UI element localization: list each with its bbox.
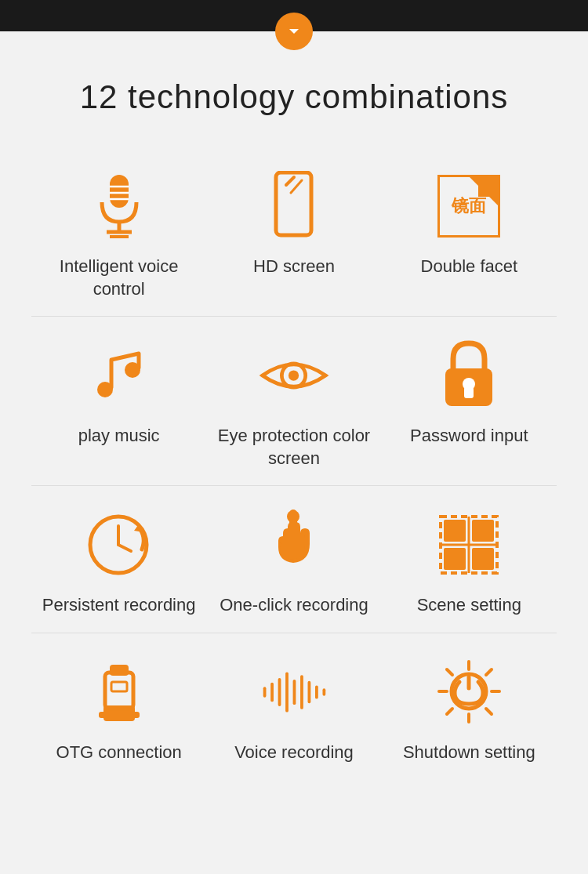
svg-line-19 xyxy=(118,545,131,551)
eye-protection-label: Eye protection color screen xyxy=(216,425,372,470)
item-shutdown-setting: Shutdown setting xyxy=(390,657,547,764)
svg-rect-33 xyxy=(111,682,127,691)
item-one-click-recording: One-click recording xyxy=(216,510,372,617)
play-music-label: play music xyxy=(78,425,160,448)
otg-connection-label: OTG connection xyxy=(56,742,182,764)
clock-record-icon xyxy=(84,510,154,580)
svg-point-11 xyxy=(125,362,140,378)
svg-rect-25 xyxy=(444,520,466,542)
double-facet-label: Double facet xyxy=(421,256,518,278)
svg-line-47 xyxy=(447,669,452,675)
usb-icon xyxy=(84,657,154,727)
lock-icon xyxy=(434,340,504,411)
mirror-icon: 镜面 xyxy=(434,171,504,241)
item-hd-screen: HD screen xyxy=(216,171,372,278)
grid-row-1: Intelligent voice control HD screen 镜面 D… xyxy=(31,147,557,317)
svg-line-9 xyxy=(291,180,302,193)
grid-row-3: Persistent recording One-click recording xyxy=(31,486,557,633)
svg-rect-28 xyxy=(472,548,494,570)
svg-line-8 xyxy=(286,177,294,185)
svg-line-48 xyxy=(486,709,492,714)
svg-point-10 xyxy=(97,382,113,397)
svg-rect-16 xyxy=(464,387,474,398)
microphone-icon xyxy=(84,171,154,241)
item-scene-setting: Scene setting xyxy=(390,510,547,617)
persistent-recording-label: Persistent recording xyxy=(42,594,196,617)
hd-screen-label: HD screen xyxy=(253,256,335,278)
phone-icon xyxy=(259,171,329,241)
intelligent-voice-control-label: Intelligent voice control xyxy=(41,256,198,300)
item-double-facet: 镜面 Double facet xyxy=(390,171,547,278)
svg-rect-27 xyxy=(444,548,466,570)
svg-point-13 xyxy=(289,370,299,380)
item-password-input: Password input xyxy=(390,340,547,448)
top-bar xyxy=(0,0,588,31)
item-otg-connection: OTG connection xyxy=(41,657,198,764)
grid-dotted-icon xyxy=(434,510,504,580)
svg-point-21 xyxy=(287,510,299,523)
waveform-icon xyxy=(259,657,329,727)
music-icon xyxy=(84,340,154,411)
svg-rect-32 xyxy=(110,665,129,676)
svg-rect-0 xyxy=(110,175,129,208)
shutdown-setting-label: Shutdown setting xyxy=(403,742,535,764)
finger-icon xyxy=(259,510,329,580)
item-eye-protection: Eye protection color screen xyxy=(216,340,372,470)
item-voice-recording: Voice recording xyxy=(216,657,372,764)
item-persistent-recording: Persistent recording xyxy=(41,510,198,617)
chevron-down-button[interactable] xyxy=(275,13,313,50)
grid-row-2: play music Eye protection color screen xyxy=(31,317,557,486)
scene-setting-label: Scene setting xyxy=(417,594,521,617)
one-click-recording-label: One-click recording xyxy=(220,594,368,617)
svg-rect-7 xyxy=(276,172,311,235)
svg-line-49 xyxy=(486,669,492,675)
page-title: 12 technology combinations xyxy=(0,78,588,116)
voice-recording-label: Voice recording xyxy=(234,742,354,764)
grid-row-4: OTG connection Voice recording xyxy=(31,633,557,780)
svg-rect-26 xyxy=(472,520,494,542)
eye-icon xyxy=(259,340,329,411)
item-intelligent-voice-control: Intelligent voice control xyxy=(41,171,198,300)
password-input-label: Password input xyxy=(410,425,528,448)
svg-line-50 xyxy=(447,709,452,714)
item-play-music: play music xyxy=(41,340,198,448)
svg-rect-30 xyxy=(99,712,140,718)
power-sun-icon xyxy=(434,657,504,727)
feature-grid: Intelligent voice control HD screen 镜面 D… xyxy=(0,132,588,796)
